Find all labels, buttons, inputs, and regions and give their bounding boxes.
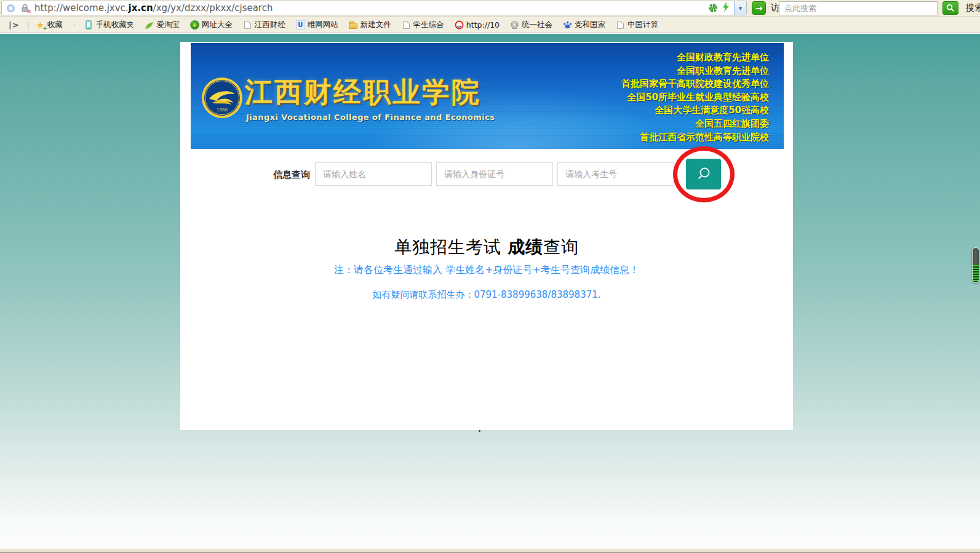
paw-icon bbox=[563, 20, 572, 30]
site-favicon-icon bbox=[7, 4, 15, 12]
search-label[interactable]: 搜索 bbox=[966, 2, 980, 14]
star-plus-icon: ★+ bbox=[36, 20, 45, 30]
page-icon bbox=[244, 21, 251, 29]
rings-icon bbox=[510, 20, 519, 30]
bookmark-weiwang-site[interactable]: U 维网网站 bbox=[296, 20, 338, 30]
page-title: 单独招生考试 成绩查询 bbox=[180, 236, 793, 259]
lightning-icon[interactable] bbox=[722, 2, 730, 15]
query-label: 信息查询 bbox=[273, 169, 310, 181]
scrollbar-thumb[interactable] bbox=[972, 247, 979, 283]
sidebar-expand-icon[interactable]: |> bbox=[9, 20, 20, 30]
honor-line: 全国五四红旗团委 bbox=[621, 117, 769, 131]
bookmarks-separator: | bbox=[27, 20, 30, 30]
note-contact: 如有疑问请联系招生办：0791-83899638/83898371. bbox=[180, 289, 793, 301]
honor-list: 全国财政教育先进单位 全国职业教育先进单位 首批国家骨干高职院校建设优秀单位 全… bbox=[621, 51, 769, 144]
go-button[interactable]: → bbox=[752, 1, 766, 15]
u-badge-icon: U bbox=[296, 20, 305, 30]
college-banner: 1960 江西财经职业学院 Jiangxi Vocational College… bbox=[191, 43, 784, 149]
bookmark-jiangxi-caijing[interactable]: 江西财经 bbox=[243, 20, 285, 30]
honor-line: 首批国家骨干高职院校建设优秀单位 bbox=[621, 78, 769, 91]
bookmark-unified-social[interactable]: 统一社会 bbox=[510, 20, 552, 30]
bookmark-favorites[interactable]: ★+ 收藏 bbox=[36, 20, 63, 30]
page-icon bbox=[617, 21, 624, 29]
college-logo-icon: 1960 bbox=[201, 77, 243, 119]
phone-icon bbox=[84, 20, 94, 30]
bookmark-party-state[interactable]: 党和国家 bbox=[563, 20, 605, 30]
leaf-icon bbox=[145, 20, 154, 30]
bookmark-aitaobao[interactable]: 爱淘宝 bbox=[145, 20, 180, 30]
shutter-icon[interactable] bbox=[709, 4, 717, 12]
insecure-lock-icon[interactable]: ✕ bbox=[20, 4, 30, 13]
red-circle-icon bbox=[455, 20, 464, 30]
bookmark-new-file[interactable]: 新建文件 bbox=[349, 20, 391, 30]
url-text[interactable]: http://welcome.jxvc.jx.cn/xg/yx/dzxx/pkx… bbox=[34, 2, 273, 14]
folder-icon bbox=[349, 23, 357, 29]
honor-line: 全国职业教育先进单位 bbox=[621, 65, 769, 78]
college-name-en: Jiangxi Vocational College of Finance an… bbox=[246, 113, 495, 122]
magnifier-icon bbox=[696, 166, 712, 182]
bookmark-mobile-favorites[interactable]: 手机收藏夹 bbox=[84, 20, 135, 30]
exam-number-input[interactable] bbox=[557, 162, 674, 186]
logo-year: 1960 bbox=[217, 108, 228, 113]
bookmarks-dot: · bbox=[73, 20, 76, 30]
url-field[interactable]: ✕ http://welcome.jxvc.jx.cn/xg/yx/dzxx/p… bbox=[1, 1, 747, 15]
url-dropdown-button[interactable]: ▾ bbox=[734, 1, 746, 15]
bookmark-china-computing[interactable]: 中国计算 bbox=[616, 20, 658, 30]
college-name-cn: 江西财经职业学院 bbox=[245, 74, 481, 111]
quick-search-button[interactable] bbox=[942, 1, 958, 15]
score-search-button[interactable] bbox=[686, 159, 721, 189]
honor-line: 全国财政教育先进单位 bbox=[621, 51, 769, 65]
note-instructions: 注：请各位考生通过输入 学生姓名+身份证号+考生号查询成绩信息！ bbox=[180, 264, 793, 277]
bookmarks-bar: |> | ★+ 收藏 · 手机收藏夹 爱淘宝 ＋ 网址大全 江西财经 U 维网网… bbox=[0, 17, 980, 33]
bookmark-student-portal[interactable]: 学生综合 bbox=[402, 20, 444, 30]
browser-address-bar: ✕ http://welcome.jxvc.jx.cn/xg/yx/dzxx/p… bbox=[0, 0, 980, 17]
bookmark-http10[interactable]: http://10 bbox=[455, 20, 500, 30]
stray-dot bbox=[479, 430, 480, 432]
scroll-stripes bbox=[973, 265, 979, 283]
page-icon bbox=[403, 21, 410, 29]
name-input[interactable] bbox=[315, 162, 432, 186]
content-panel: 1960 江西财经职业学院 Jiangxi Vocational College… bbox=[180, 42, 793, 430]
page-background: 1960 江西财经职业学院 Jiangxi Vocational College… bbox=[0, 34, 980, 553]
honor-line: 首批江西省示范性高等职业院校 bbox=[621, 131, 769, 145]
id-number-input[interactable] bbox=[436, 162, 553, 186]
plus-circle-icon: ＋ bbox=[190, 20, 199, 30]
lock-error-mark: ✕ bbox=[26, 9, 31, 15]
honor-line: 全国大学生满意度50强高校 bbox=[621, 104, 769, 117]
quick-search-input[interactable] bbox=[779, 1, 938, 15]
honor-line: 全国50所毕业生就业典型经验高校 bbox=[621, 91, 769, 105]
bookmark-wangzhi-daquan[interactable]: ＋ 网址大全 bbox=[190, 20, 233, 30]
